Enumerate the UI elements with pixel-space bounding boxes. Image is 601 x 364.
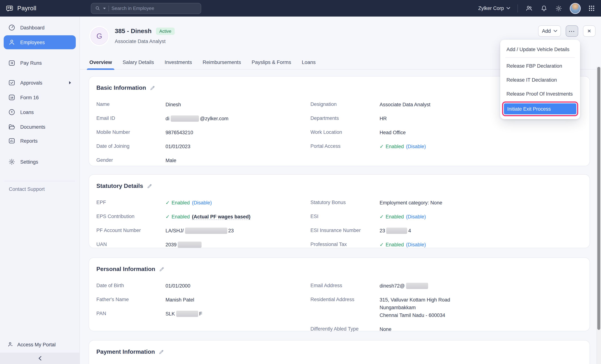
field-value-line: HR bbox=[380, 115, 387, 122]
sidebar-item-pay-runs[interactable]: Pay Runs bbox=[4, 56, 76, 70]
menu-item-release-it-declaration[interactable]: Release IT Declaration bbox=[500, 73, 580, 87]
sidebar-item-reports[interactable]: Reports bbox=[4, 134, 76, 148]
field-value-line: Dinesh bbox=[166, 101, 181, 108]
tab-overview[interactable]: Overview bbox=[89, 55, 112, 69]
field-row: Father's NameManish Patel bbox=[96, 296, 303, 304]
tab-salary-details[interactable]: Salary Details bbox=[123, 55, 154, 69]
field-value-line: ✓Enabled(Disable) bbox=[380, 213, 426, 221]
sidebar-item-label: Approvals bbox=[20, 80, 42, 86]
search-divider bbox=[109, 5, 109, 11]
field-label: Email ID bbox=[96, 115, 166, 122]
edit-pencil-icon[interactable] bbox=[150, 85, 155, 91]
value-text: Chennai Tamil Nadu - 600034 bbox=[380, 313, 445, 318]
sidebar-item-settings[interactable]: Settings bbox=[4, 155, 76, 169]
field-value-line: 315, Valluvar Kottam High Road bbox=[380, 296, 450, 304]
documents-icon bbox=[8, 123, 15, 130]
header-actions: Add ··· ✕ bbox=[538, 25, 595, 37]
contact-support-link[interactable]: Contact Support bbox=[0, 181, 80, 192]
field-value-line: ✓Enabled(Actual PF wages based) bbox=[166, 213, 250, 221]
apps-grid-icon[interactable] bbox=[588, 5, 595, 12]
field-value: Employment category: None bbox=[380, 199, 442, 207]
enabled-status-text: Enabled bbox=[386, 144, 404, 149]
org-selector[interactable]: Zylker Corp bbox=[478, 6, 510, 11]
value-text: Employment category: None bbox=[380, 200, 442, 206]
search-input[interactable]: Search in Employee bbox=[91, 3, 201, 14]
org-name: Zylker Corp bbox=[478, 6, 504, 11]
sidebar-item-approvals[interactable]: Approvals bbox=[4, 76, 76, 90]
add-button[interactable]: Add bbox=[538, 25, 561, 37]
disable-link[interactable]: (Disable) bbox=[406, 242, 426, 247]
field-label: Work Location bbox=[311, 129, 380, 136]
form16-icon: 16 bbox=[8, 94, 15, 101]
field-value: dinesh72@ bbox=[380, 282, 429, 290]
menu-item-release-fbp-declaration[interactable]: Release FBP Declaration bbox=[500, 59, 580, 73]
menu-item-initiate-exit-process[interactable]: Initiate Exit Process bbox=[503, 103, 577, 115]
vertical-scrollbar-track[interactable] bbox=[597, 67, 601, 364]
section-title: Personal Information bbox=[96, 266, 155, 272]
field-row: UAN2039 bbox=[96, 241, 303, 248]
section-title-row: Personal Information bbox=[96, 266, 582, 272]
tab-payslips-forms[interactable]: Payslips & Forms bbox=[251, 55, 291, 69]
disable-link[interactable]: (Disable) bbox=[192, 200, 212, 206]
enabled-status-text: Enabled bbox=[171, 200, 190, 206]
field-row: Date of Joining01/01/2023 bbox=[96, 143, 303, 150]
field-label: Gender bbox=[96, 157, 166, 164]
field-label: Departments bbox=[311, 115, 380, 122]
section-title-row: Statutory Details bbox=[96, 183, 582, 189]
user-avatar[interactable] bbox=[570, 3, 581, 14]
edit-pencil-icon[interactable] bbox=[147, 183, 152, 189]
menu-item-add-update-vehicle-details[interactable]: Add / Update Vehicle Details bbox=[500, 42, 580, 56]
sidebar-item-form-16[interactable]: 16 Form 16 bbox=[4, 90, 76, 104]
sidebar-item-dashboard[interactable]: Dashboard bbox=[4, 20, 76, 35]
tab-reimbursements[interactable]: Reimbursements bbox=[203, 55, 241, 69]
field-label: Statutory Bonus bbox=[311, 199, 380, 207]
value-text: F bbox=[199, 311, 202, 316]
edit-pencil-icon[interactable] bbox=[159, 349, 164, 355]
sidebar-item-documents[interactable]: Documents bbox=[4, 120, 76, 134]
value-text: None bbox=[380, 326, 391, 332]
redacted-text bbox=[176, 311, 198, 317]
access-my-portal-link[interactable]: Access My Portal bbox=[7, 341, 56, 348]
field-label: Residential Address bbox=[311, 296, 380, 319]
field-label: Date of Birth bbox=[96, 282, 166, 290]
value-text: LA/SHJ/ bbox=[166, 228, 184, 234]
field-value-line: 01/01/2000 bbox=[166, 282, 190, 290]
sidebar-item-label: Form 16 bbox=[20, 95, 39, 100]
check-icon: ✓ bbox=[166, 214, 170, 219]
value-text: 01/01/2000 bbox=[166, 283, 190, 289]
employee-id-name: 385 - Dinesh bbox=[115, 28, 151, 35]
redacted-text bbox=[406, 283, 428, 289]
approvals-icon bbox=[8, 79, 15, 86]
settings-gear-icon[interactable] bbox=[555, 5, 562, 12]
sidebar-collapse-button[interactable] bbox=[0, 353, 80, 364]
field-value-line: Chennai Tamil Nadu - 600034 bbox=[380, 311, 450, 319]
close-button[interactable]: ✕ bbox=[583, 25, 595, 37]
field-value-line: di@zylker.com bbox=[166, 115, 228, 122]
section-title: Statutory Details bbox=[96, 183, 143, 189]
field-label: ESI bbox=[311, 213, 380, 221]
field-value: Dinesh bbox=[166, 101, 181, 108]
users-icon[interactable] bbox=[525, 4, 533, 12]
menu-item-release-proof-of-investments[interactable]: Release Proof Of Investments bbox=[500, 87, 580, 101]
edit-pencil-icon[interactable] bbox=[159, 266, 164, 272]
payroll-logo-icon bbox=[6, 4, 14, 12]
more-actions-button[interactable]: ··· bbox=[566, 25, 578, 37]
search-placeholder: Search in Employee bbox=[111, 6, 154, 11]
notifications-bell-icon[interactable] bbox=[540, 4, 548, 12]
tab-investments[interactable]: Investments bbox=[165, 55, 192, 69]
sidebar-item-employees[interactable]: Employees bbox=[4, 35, 76, 49]
field-value: HR bbox=[380, 115, 387, 122]
fields-right: Statutory BonusEmployment category: None… bbox=[311, 199, 582, 255]
vertical-scrollbar-thumb[interactable] bbox=[597, 67, 600, 330]
info-underlined-text[interactable]: (Actual PF wages based) bbox=[192, 214, 250, 220]
disable-link[interactable]: (Disable) bbox=[406, 214, 426, 219]
search-scope-caret-icon[interactable] bbox=[103, 7, 106, 9]
sidebar-item-label: Employees bbox=[20, 39, 45, 45]
sidebar-item-loans[interactable]: ₹ Loans bbox=[4, 105, 76, 119]
field-row: Professional Tax✓Enabled(Disable) bbox=[311, 241, 582, 248]
redacted-text bbox=[170, 116, 199, 122]
tab-loans[interactable]: Loans bbox=[302, 55, 316, 69]
field-label: Mobile Number bbox=[96, 129, 166, 136]
close-icon: ✕ bbox=[587, 28, 591, 34]
disable-link[interactable]: (Disable) bbox=[406, 144, 426, 149]
